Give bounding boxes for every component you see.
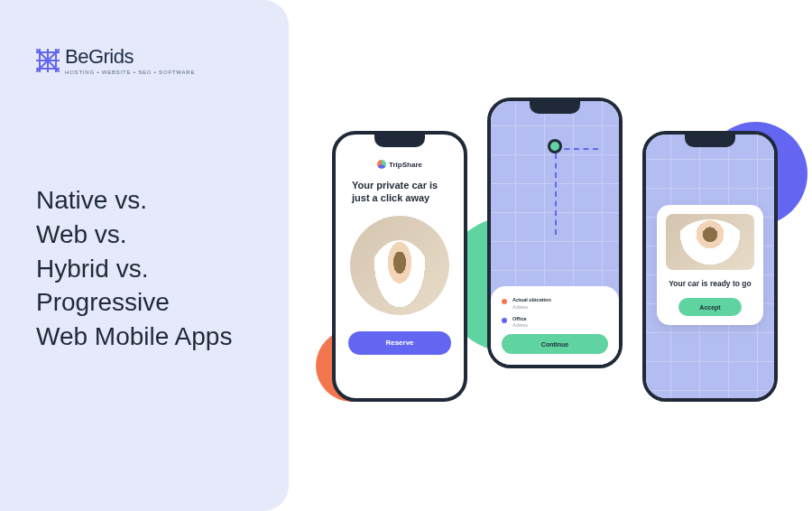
reserve-button[interactable]: Reserve [348,331,451,355]
route-line [555,153,557,235]
location-row: Office Adress [502,316,608,329]
map-pin-icon [548,139,562,153]
left-panel: BeGrids HOSTING • WEBSITE • SEO • SOFTWA… [0,0,289,511]
logo-icon [36,49,60,72]
location-panel: Actual ubication Adress Office Adress Co… [491,286,619,365]
continue-button[interactable]: Continue [502,334,608,354]
phone-notch [685,135,735,147]
phone-mockup-3: Your car is ready to go Accept [642,131,778,402]
location-label: Office [512,316,528,322]
logo-text: BeGrids HOSTING • WEBSITE • SEO • SOFTWA… [65,45,195,75]
card-image [666,214,754,270]
app-logo-icon [377,160,386,169]
app-name: TripShare [389,161,422,169]
phone-notch [374,135,425,147]
map-background: Actual ubication Adress Office Adress Co… [491,101,619,365]
card-title: Your car is ready to go [666,279,754,289]
ready-card: Your car is ready to go Accept [657,205,763,325]
map-background: Your car is ready to go Accept [646,135,774,398]
phone-mockup-1: TripShare Your private car is just a cli… [332,131,467,402]
location-dot-icon [502,299,507,304]
location-row: Actual ubication Adress [502,297,608,310]
phone-notch [530,101,580,114]
logo: BeGrids HOSTING • WEBSITE • SEO • SOFTWA… [36,45,253,75]
logo-name: BeGrids [65,45,195,69]
phone1-tagline: Your private car is just a click away [348,180,451,205]
accept-button[interactable]: Accept [678,298,742,316]
illustration: TripShare Your private car is just a cli… [307,54,785,451]
logo-tagline: HOSTING • WEBSITE • SEO • SOFTWARE [65,70,195,75]
headline: Native vs.Web vs.Hybrid vs.ProgressiveWe… [36,183,253,354]
hero-image [350,216,449,315]
location-label: Actual ubication [512,297,551,303]
phone-mockup-2: Actual ubication Adress Office Adress Co… [487,98,623,368]
location-dot-icon [502,318,507,323]
app-logo: TripShare [348,160,451,169]
location-sub: Adress [512,322,528,329]
location-sub: Adress [512,304,551,311]
